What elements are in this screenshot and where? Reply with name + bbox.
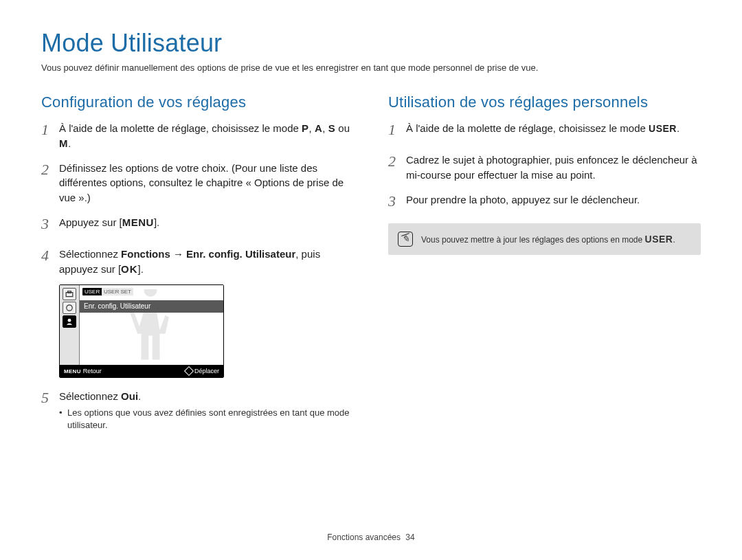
page-title: Mode Utilisateur <box>41 29 701 58</box>
svg-point-3 <box>68 319 71 322</box>
step-2: 2 Définissez les options de votre choix.… <box>41 161 354 205</box>
text: Sélectionnez <box>59 390 121 402</box>
text: . <box>677 122 679 134</box>
user-glyph: USER <box>649 123 677 134</box>
r-step-1: 1 À l'aide de la molette de réglage, cho… <box>388 121 701 143</box>
step-text: Définissez les options de votre choix. (… <box>59 161 354 205</box>
left-steps: 1 À l'aide de la molette de réglage, cho… <box>41 121 354 276</box>
screen-sidebar <box>60 285 80 365</box>
note-text: Vous pouvez mettre à jour les réglages d… <box>421 234 675 245</box>
page-footer: Fonctions avancées 34 <box>0 533 742 542</box>
text: Sélectionnez <box>59 248 121 260</box>
text: . <box>138 390 141 402</box>
right-steps: 1 À l'aide de la molette de réglage, cho… <box>388 121 701 214</box>
sidebar-user-icon <box>63 315 76 328</box>
info-note: ✎ Vous pouvez mettre à jour les réglages… <box>388 223 701 255</box>
sidebar-camera-icon <box>63 288 76 300</box>
sidebar-sound-icon <box>63 302 76 314</box>
text: ]. <box>154 216 159 228</box>
step-5-sublist: Les options que vous avez définies sont … <box>59 407 354 432</box>
mode-m-glyph: M <box>59 137 68 149</box>
menu-path-fonctions: Fonctions <box>121 248 170 260</box>
screen-main: USER SET USER SET Enr. config. Utilisate… <box>80 285 223 365</box>
r-step-2: 2 Cadrez le sujet à photographier, puis … <box>388 153 701 183</box>
step-number: 5 <box>41 387 59 429</box>
footer-section: Fonctions avancées <box>327 533 401 542</box>
left-column: Configuration de vos réglages 1 À l'aide… <box>41 93 354 441</box>
left-steps-continued: 5 Sélectionnez Oui. Les options que vous… <box>41 389 354 432</box>
r-step-3: 3 Pour prendre la photo, appuyez sur le … <box>388 192 701 214</box>
arrow-glyph: → <box>170 248 186 260</box>
text: , <box>322 122 328 134</box>
left-heading: Configuration de vos réglages <box>41 93 354 111</box>
screen-move-label: Déplacer <box>194 368 219 374</box>
step-number: 3 <box>388 190 406 212</box>
step-text: Pour prendre la photo, appuyez sur le dé… <box>406 192 640 214</box>
footer-page-number: 34 <box>405 533 414 542</box>
note-icon: ✎ <box>398 232 413 247</box>
menu-path-enr-config: Enr. config. Utilisateur <box>186 248 295 260</box>
step-text: Sélectionnez Oui. Les options que vous a… <box>59 389 354 432</box>
oui-label: Oui <box>121 390 138 402</box>
text: Appuyez sur [ <box>59 216 122 228</box>
step-text: Sélectionnez Fonctions → Enr. config. Ut… <box>59 247 354 277</box>
text: Vous pouvez mettre à jour les réglages d… <box>421 235 645 245</box>
step-text: À l'aide de la molette de réglage, chois… <box>406 121 679 143</box>
step-number: 2 <box>388 150 406 181</box>
step-number: 2 <box>41 159 59 203</box>
page-lead: Vous pouvez définir manuellement des opt… <box>41 62 701 74</box>
screen-footer-bar: MENU Retour Déplacer <box>60 365 223 377</box>
step-number: 4 <box>41 245 59 275</box>
step-text: Cadrez le sujet à photographier, puis en… <box>406 153 701 183</box>
ok-glyph: OK <box>121 263 138 275</box>
screen-menu-glyph: MENU <box>64 368 81 374</box>
text: ]. <box>138 263 144 275</box>
camera-screen-illustration: USER SET USER SET Enr. config. Utilisate… <box>59 284 224 378</box>
step-5: 5 Sélectionnez Oui. Les options que vous… <box>41 389 354 432</box>
step-5-note: Les options que vous avez définies sont … <box>59 407 354 432</box>
step-text: Appuyez sur [MENU]. <box>59 215 159 237</box>
screen-tab-inactive: USER SET <box>102 288 133 295</box>
user-glyph: USER <box>645 234 673 245</box>
text: ou <box>335 122 350 134</box>
text: À l'aide de la molette de réglage, chois… <box>59 122 302 134</box>
text: . <box>673 235 675 245</box>
screen-body: USER SET USER SET Enr. config. Utilisate… <box>60 285 223 365</box>
text: , <box>309 122 315 134</box>
nav-diamond-icon <box>186 368 192 374</box>
menu-glyph: MENU <box>122 216 154 228</box>
text: À l'aide de la molette de réglage, chois… <box>406 122 649 134</box>
step-1: 1 À l'aide de la molette de réglage, cho… <box>41 121 354 151</box>
step-text: À l'aide de la molette de réglage, chois… <box>59 121 354 151</box>
step-4: 4 Sélectionnez Fonctions → Enr. config. … <box>41 247 354 277</box>
svg-point-2 <box>67 305 72 311</box>
right-column: Utilisation de vos réglages personnels 1… <box>388 93 701 441</box>
mode-s-glyph: S <box>328 122 336 134</box>
text: . <box>68 137 71 149</box>
mode-p-glyph: P <box>302 122 309 134</box>
screen-back-label: Retour <box>83 368 102 374</box>
mode-a-glyph: A <box>315 122 322 134</box>
content-columns: Configuration de vos réglages 1 À l'aide… <box>41 93 701 441</box>
right-heading: Utilisation de vos réglages personnels <box>388 93 701 111</box>
step-number: 1 <box>41 119 59 149</box>
step-number: 1 <box>388 119 406 141</box>
screen-caption-bar: Enr. config. Utilisateur <box>80 300 223 313</box>
step-number: 3 <box>41 213 59 235</box>
step-3: 3 Appuyez sur [MENU]. <box>41 215 354 237</box>
